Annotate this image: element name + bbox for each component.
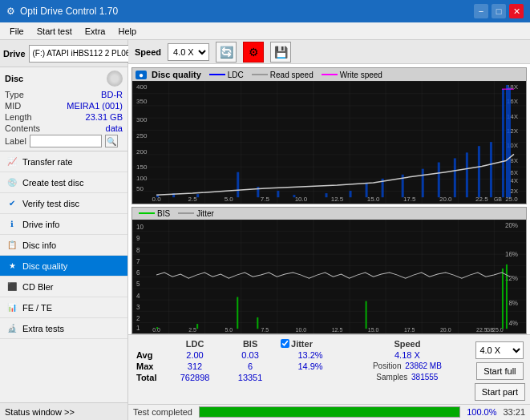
svg-text:4%: 4%: [508, 320, 518, 327]
disc-type-value: BD-R: [101, 90, 123, 99]
svg-text:5: 5: [136, 281, 140, 288]
disc-mid-value: MEIRA1 (001): [67, 101, 123, 111]
legend-read-label: Read speed: [270, 71, 314, 79]
drive-info-icon: ℹ: [6, 219, 18, 230]
svg-text:3: 3: [136, 303, 140, 310]
save-button[interactable]: 💾: [270, 42, 291, 63]
start-part-button[interactable]: Start part: [475, 383, 525, 401]
disc-length-row: Length 23.31 GB: [5, 112, 123, 122]
nav-disc-quality[interactable]: ★ Disc quality: [0, 256, 127, 277]
disc-info-icon: 📋: [6, 240, 18, 251]
disc-type-label: Type: [5, 90, 24, 99]
nav-fe-te[interactable]: 📊 FE / TE: [0, 297, 127, 318]
svg-text:2X: 2X: [510, 188, 518, 195]
legend-read-color: [252, 74, 268, 75]
svg-text:200: 200: [136, 149, 148, 156]
svg-text:250: 250: [136, 132, 148, 139]
stats-header-speed: Speed: [345, 338, 470, 349]
right-buttons: 4.0 X Start full Start part: [475, 338, 525, 401]
svg-text:17.5: 17.5: [403, 196, 416, 204]
disc-contents-label: Contents: [5, 123, 40, 133]
svg-rect-37: [237, 172, 239, 197]
charts-wrapper: ● Disc quality LDC Read speed: [128, 64, 530, 334]
samples-value: 381555: [411, 373, 438, 382]
svg-text:2.5: 2.5: [188, 327, 196, 333]
left-panel: Drive (F:) ATAPI iHBS112 2 PL06 ⏏ Disc T…: [0, 40, 128, 420]
svg-text:6: 6: [136, 269, 140, 277]
samples-cell: Samples 381555: [345, 372, 470, 383]
nav-create-test-disc[interactable]: 💿 Create test disc: [0, 172, 127, 193]
status-text: Test completed: [133, 407, 192, 417]
menu-help[interactable]: Help: [111, 25, 143, 38]
svg-text:400: 400: [136, 83, 148, 91]
disc-length-label: Length: [5, 112, 32, 122]
menubar: File Start test Extra Help: [0, 22, 530, 40]
nav-drive-info-label: Drive info: [22, 220, 59, 229]
nav-drive-info[interactable]: ℹ Drive info: [0, 214, 127, 235]
lower-chart-svg: 20% 16% 12% 8% 4% 10 9 8 7 6 5 4 3: [132, 220, 526, 333]
nav-transfer-rate[interactable]: 📈 Transfer rate: [0, 151, 127, 172]
svg-rect-89: [237, 297, 238, 329]
jitter-label: Jitter: [291, 339, 313, 349]
status-window-button[interactable]: Status window >>: [0, 402, 127, 420]
bottom-bar: Test completed 100.0% 33:21: [128, 404, 530, 420]
menu-start-test[interactable]: Start test: [30, 25, 79, 38]
close-button[interactable]: ✕: [509, 4, 524, 18]
svg-rect-48: [454, 159, 456, 198]
stats-header-empty: [133, 338, 165, 349]
svg-text:7.5: 7.5: [261, 196, 270, 204]
jitter-checkbox[interactable]: [281, 339, 289, 348]
legend-ldc-label: LDC: [228, 71, 244, 79]
svg-rect-53: [506, 85, 508, 197]
nav-extra-tests-label: Extra tests: [22, 324, 64, 333]
svg-rect-50: [478, 147, 480, 198]
disc-label-input[interactable]: [30, 135, 102, 147]
svg-text:4: 4: [136, 292, 140, 299]
svg-text:20%: 20%: [505, 222, 518, 229]
menu-extra[interactable]: Extra: [79, 25, 112, 38]
svg-text:17.5: 17.5: [404, 327, 415, 333]
nav-extra-tests[interactable]: 🔬 Extra tests: [0, 318, 127, 339]
nav-disc-info[interactable]: 📋 Disc info: [0, 235, 127, 256]
legend-jitter-color: [178, 212, 194, 214]
speed-bottom-select[interactable]: 4.0 X: [475, 341, 524, 359]
nav-create-test-disc-label: Create test disc: [22, 178, 83, 188]
nav-verify-test-disc[interactable]: ✔ Verify test disc: [0, 193, 127, 214]
app-icon: ⚙: [6, 6, 15, 17]
disc-label-row: Label 🔍: [5, 135, 123, 147]
refresh-button[interactable]: 🔄: [216, 42, 237, 63]
svg-rect-92: [502, 269, 504, 329]
svg-text:2.5: 2.5: [188, 196, 198, 204]
svg-text:10.0: 10.0: [295, 196, 308, 204]
progress-bar: [199, 406, 460, 418]
svg-text:22.5: 22.5: [475, 196, 488, 204]
legend-bis-label: BIS: [157, 209, 170, 218]
disc-type-row: Type BD-R: [5, 90, 123, 99]
position-value: 23862 MB: [405, 361, 442, 370]
svg-rect-90: [257, 317, 258, 329]
max-ldc: 312: [165, 361, 225, 372]
svg-rect-87: [156, 327, 158, 329]
max-label: Max: [133, 361, 165, 372]
svg-text:5.0: 5.0: [225, 327, 233, 333]
svg-text:300: 300: [136, 116, 148, 123]
stats-header-jitter-check: Jitter: [276, 338, 345, 349]
svg-text:20.0: 20.0: [440, 327, 451, 333]
disc-quality-chart-title: Disc quality: [152, 70, 201, 79]
start-full-button[interactable]: Start full: [476, 362, 523, 380]
disc-label-btn[interactable]: 🔍: [105, 135, 118, 147]
nav-cd-bler[interactable]: ⬛ CD Bler: [0, 277, 127, 297]
settings-button[interactable]: ⚙: [243, 42, 264, 63]
menu-file[interactable]: File: [3, 25, 30, 38]
lower-chart-header: BIS Jitter: [132, 208, 526, 220]
minimize-button[interactable]: −: [474, 4, 488, 18]
svg-rect-41: [325, 193, 327, 197]
drive-select[interactable]: (F:) ATAPI iHBS112 2 PL06: [29, 45, 145, 63]
nav-disc-info-label: Disc info: [22, 240, 56, 250]
disc-header: Disc: [5, 71, 123, 87]
speed-select[interactable]: 4.0 X: [168, 43, 209, 61]
svg-text:15.0: 15.0: [368, 327, 379, 333]
maximize-button[interactable]: □: [492, 4, 506, 18]
stats-header-bis: BIS: [225, 338, 276, 349]
svg-text:8: 8: [136, 246, 140, 253]
